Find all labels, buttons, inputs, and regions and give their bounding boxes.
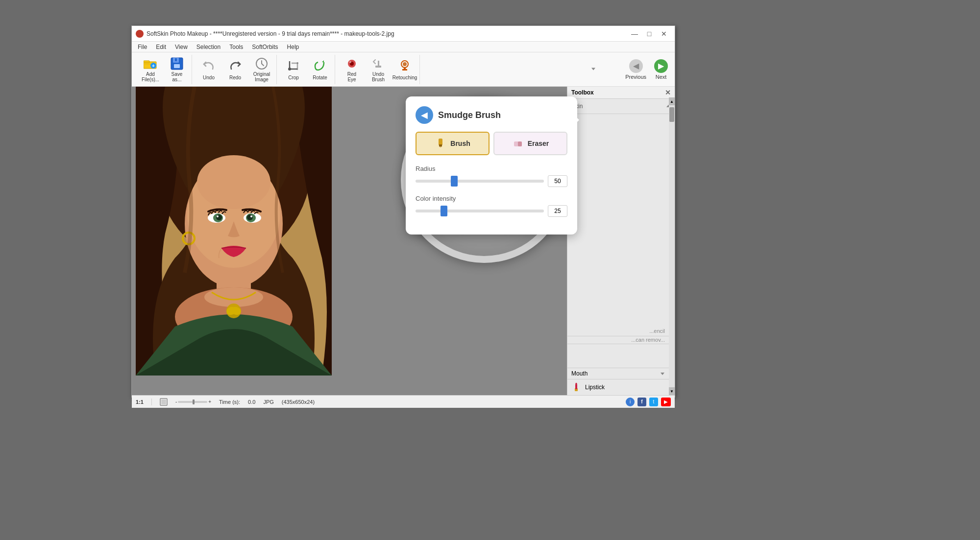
menu-help[interactable]: Help xyxy=(283,43,303,51)
brush-icon xyxy=(435,138,446,149)
toolbar-group-file: + AddFile(s)... Saveas... xyxy=(136,55,192,84)
toolbox-scrollbar[interactable]: ▲ ▼ xyxy=(669,97,675,395)
eraser-label: Eraser xyxy=(528,140,549,147)
redo-button[interactable]: Redo xyxy=(222,56,248,83)
mouth-section-header[interactable]: Mouth xyxy=(567,368,669,379)
undo-button[interactable]: Undo xyxy=(196,56,221,83)
brush-button[interactable]: Brush xyxy=(416,132,490,155)
menu-file[interactable]: File xyxy=(134,43,151,51)
red-eye-button[interactable]: RedEye xyxy=(339,56,365,83)
next-arrow-icon: ▶ xyxy=(654,59,668,73)
youtube-icon[interactable]: ▶ xyxy=(661,398,671,406)
menu-tools[interactable]: Tools xyxy=(225,43,247,51)
save-as-button[interactable]: Saveas... xyxy=(164,56,190,83)
svg-marker-51 xyxy=(661,373,664,375)
svg-point-14 xyxy=(288,68,291,70)
photo-canvas xyxy=(136,87,332,376)
lipstick-row: Lipstick xyxy=(567,379,669,395)
svg-marker-24 xyxy=(591,68,595,70)
scroll-thumb[interactable] xyxy=(669,107,674,122)
eraser-button[interactable]: Eraser xyxy=(493,132,567,155)
menu-edit[interactable]: Edit xyxy=(152,43,170,51)
close-button[interactable]: ✕ xyxy=(657,27,671,41)
color-intensity-value[interactable]: 25 xyxy=(548,205,567,217)
status-icons: i f t ▶ xyxy=(626,398,671,406)
menu-view[interactable]: View xyxy=(171,43,192,51)
crop-button[interactable]: Crop xyxy=(281,56,306,83)
svg-marker-54 xyxy=(575,383,577,384)
previous-arrow-icon: ◀ xyxy=(629,59,643,73)
color-intensity-track[interactable] xyxy=(416,210,544,212)
zoom-plus-icon[interactable]: + xyxy=(208,399,211,404)
undo-brush-button[interactable]: UndoBrush xyxy=(366,56,391,83)
undo-brush-label: UndoBrush xyxy=(372,71,385,82)
svg-point-43 xyxy=(247,214,253,220)
svg-text:+: + xyxy=(152,63,155,69)
minimize-button[interactable]: — xyxy=(628,27,641,41)
zoom-slider-track[interactable] xyxy=(178,401,207,403)
toolbar: + AddFile(s)... Saveas... xyxy=(132,52,675,87)
color-intensity-label: Color intensity xyxy=(416,195,567,202)
can-remove-partial: ...can remov... xyxy=(567,336,669,344)
zoom-level: 1:1 xyxy=(136,399,144,405)
menu-selection[interactable]: Selection xyxy=(193,43,224,51)
svg-point-40 xyxy=(217,215,219,217)
maximize-button[interactable]: □ xyxy=(642,27,656,41)
title-bar: SoftSkin Photo Makeup - ****Unregistered… xyxy=(132,26,675,42)
svg-point-17 xyxy=(349,61,351,63)
radius-slider-row: 50 xyxy=(416,175,567,187)
redeye-icon xyxy=(344,57,360,70)
twitter-icon[interactable]: t xyxy=(649,398,658,406)
previous-button[interactable]: ◀ Previous xyxy=(622,57,649,82)
radius-thumb[interactable] xyxy=(451,176,458,187)
svg-rect-50 xyxy=(518,141,522,146)
time-label: Time (s): xyxy=(219,399,240,405)
info-icon[interactable]: i xyxy=(626,398,635,406)
smudge-back-button[interactable]: ◀ xyxy=(416,106,433,124)
radius-section: Radius 50 xyxy=(416,165,567,187)
save-as-label: Saveas... xyxy=(172,71,183,82)
rotate-label: Rotate xyxy=(313,75,327,80)
redo-label: Redo xyxy=(229,75,241,80)
facebook-icon[interactable]: f xyxy=(637,398,646,406)
color-intensity-thumb[interactable] xyxy=(441,206,447,216)
smudge-brush-panel: ◀ Smudge Brush Brush xyxy=(406,96,577,235)
scroll-up-button[interactable]: ▲ xyxy=(669,97,675,105)
toolbox-close-button[interactable]: ✕ xyxy=(665,89,671,96)
folder-icon: + xyxy=(143,57,158,70)
scroll-track[interactable] xyxy=(669,105,675,387)
main-window: SoftSkin Photo Makeup - ****Unregistered… xyxy=(131,25,675,398)
app-icon xyxy=(136,30,144,38)
original-image-button[interactable]: OriginalImage xyxy=(249,56,274,83)
skin-section-header[interactable]: Skin xyxy=(571,101,671,112)
toolbar-more-icon[interactable] xyxy=(590,66,596,71)
brush-eraser-toggle: Brush Eraser xyxy=(416,132,567,155)
pencil-label-partial: ...encil xyxy=(567,326,669,336)
rotate-icon xyxy=(312,58,328,74)
menu-softorbits[interactable]: SoftOrbits xyxy=(248,43,282,51)
zoom-slider-thumb[interactable] xyxy=(193,399,195,404)
toolbox-panel: Toolbox ✕ Skin ◀ Smudge xyxy=(567,87,675,395)
radius-value[interactable]: 50 xyxy=(548,175,567,187)
skin-section: Skin xyxy=(567,99,675,114)
status-bar: 1:1 - + Time (s): 0.0 JPG (435x650x24) i… xyxy=(132,395,675,408)
scroll-down-button[interactable]: ▼ xyxy=(669,387,675,395)
undo-icon xyxy=(201,58,217,74)
eraser-icon xyxy=(512,138,524,149)
rotate-button[interactable]: Rotate xyxy=(307,56,333,83)
zoom-minus-icon[interactable]: - xyxy=(175,399,177,404)
add-files-label: AddFile(s)... xyxy=(142,71,159,82)
image-dimensions: (435x650x24) xyxy=(282,399,315,405)
radius-track[interactable] xyxy=(416,180,544,183)
toolbox-header: Toolbox ✕ xyxy=(567,87,675,99)
smudge-brush-title: Smudge Brush xyxy=(438,110,501,120)
add-files-button[interactable]: + AddFile(s)... xyxy=(138,56,163,83)
svg-rect-7 xyxy=(174,64,180,68)
title-bar-buttons: — □ ✕ xyxy=(628,27,671,41)
next-button[interactable]: ▶ Next xyxy=(651,57,671,82)
next-label: Next xyxy=(656,74,667,80)
red-eye-label: RedEye xyxy=(347,71,356,82)
retouching-button[interactable]: Retouching xyxy=(392,56,417,83)
smudge-brush-header: ◀ Smudge Brush xyxy=(416,106,567,124)
svg-point-44 xyxy=(250,215,252,217)
